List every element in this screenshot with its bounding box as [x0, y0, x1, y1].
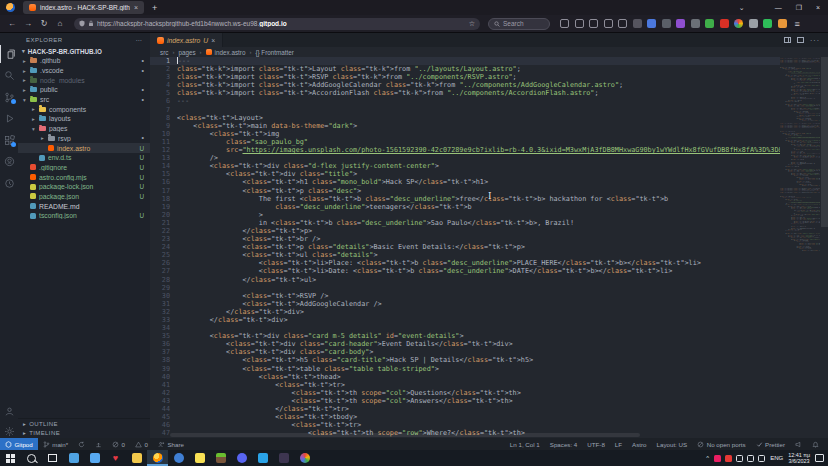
code-line-16[interactable]: 16 <class="tk-t">h1 class="mono_bold">Ha… — [150, 178, 780, 186]
code-line-11[interactable]: 11 class="sao_paulo_bg" — [150, 138, 780, 146]
file-tree-item-index.astro[interactable]: index.astroU — [18, 143, 150, 153]
vertical-scrollbar[interactable] — [821, 57, 828, 227]
purple-app[interactable] — [273, 450, 294, 466]
code-line-8[interactable]: 8<class="tk-t">Layout> — [150, 114, 780, 122]
breadcrumb-item[interactable]: src — [160, 49, 168, 56]
file-tree-root[interactable]: ▾ HACK-SP-BR.GITHUB.IO — [18, 46, 150, 56]
file-tree-item-.gitignore[interactable]: .gitignoreU — [18, 163, 150, 173]
status-keyboard-layout[interactable]: Layout: US — [652, 438, 693, 450]
hidden-icons-chevron[interactable]: ^ — [706, 455, 709, 461]
file-tree-item-components[interactable]: ▸components — [18, 104, 150, 114]
status-indentation[interactable]: Spaces: 4 — [545, 438, 583, 450]
start-button[interactable] — [0, 450, 21, 466]
file-tree-item-README.md[interactable]: README.md — [18, 201, 150, 211]
volume-tray-icon[interactable] — [747, 455, 754, 462]
split-editor-icon[interactable] — [784, 37, 791, 43]
code-line-15[interactable]: 15 <class="tk-t">div class="title"> — [150, 170, 780, 178]
code-line-23[interactable]: 23 <class="tk-t">br /> — [150, 235, 780, 243]
github-activity-icon[interactable] — [0, 153, 18, 171]
multicolor-extension-icon[interactable] — [734, 19, 743, 28]
minecraft-app[interactable] — [210, 450, 231, 466]
microsoft-store-app[interactable] — [84, 450, 105, 466]
new-tab-button[interactable]: + — [152, 3, 157, 13]
extensions-activity-icon[interactable] — [0, 131, 18, 149]
package-extension-icon[interactable] — [691, 19, 700, 28]
discord-app[interactable] — [231, 450, 252, 466]
file-tree-item-env.d.ts[interactable]: env.d.tsU — [18, 153, 150, 163]
code-line-42[interactable]: 42 <class="tk-t">th scope="col">Question… — [150, 389, 780, 397]
file-tree-item-src[interactable]: ▾src• — [18, 95, 150, 105]
color-wheel-app[interactable] — [294, 450, 315, 466]
code-line-12[interactable]: 12 src="https://images.unsplash.com/phot… — [150, 146, 780, 154]
breadcrumb-item[interactable]: index.astro — [206, 49, 246, 56]
source-control-activity-icon[interactable] — [0, 88, 18, 106]
history-activity-icon[interactable] — [0, 174, 18, 192]
clock[interactable]: 12:41 πμ 3/6/2023 — [788, 452, 810, 465]
sticky-notes-app[interactable] — [189, 450, 210, 466]
status-warnings[interactable]: 0 — [130, 438, 153, 450]
code-line-29[interactable]: 29 — [150, 284, 780, 292]
code-line-24[interactable]: 24 <class="tk-t">p class="details">Basic… — [150, 243, 780, 251]
status-prettier[interactable]: Prettier — [751, 438, 790, 450]
explorer-activity-icon[interactable] — [0, 45, 19, 63]
code-line-19[interactable]: 19 class="desc_underline">teenagers</cla… — [150, 203, 780, 211]
code-line-22[interactable]: 22 </class="tk-t">p> — [150, 227, 780, 235]
task-view-button[interactable] — [42, 450, 63, 466]
status-bell[interactable] — [807, 438, 824, 450]
file-tree-item-public[interactable]: ▸public• — [18, 85, 150, 95]
adblock-extension-icon[interactable] — [720, 19, 729, 28]
timeline-section[interactable]: ▸TIMELINE — [18, 429, 150, 439]
code-line-40[interactable]: 40 <class="tk-t">thead> — [150, 373, 780, 381]
home-extension-icon[interactable] — [778, 19, 787, 28]
firefox-app[interactable] — [147, 450, 168, 466]
code-line-28[interactable]: 28 </class="tk-t">ul> — [150, 276, 780, 284]
language-indicator[interactable]: ENG — [770, 455, 783, 461]
code-line-35[interactable]: 35 <class="tk-t">div class="card m-5 det… — [150, 332, 780, 340]
code-line-44[interactable]: 44 </class="tk-t">tr> — [150, 405, 780, 413]
list-all-tabs-icon[interactable]: ⌄ — [739, 4, 745, 12]
code-line-1[interactable]: 1--- — [150, 57, 780, 65]
explorer-more-icon[interactable]: ⋯ — [136, 36, 143, 43]
status-eol[interactable]: LF — [610, 438, 627, 450]
minimap[interactable]: ---class="tk-k">import class="tk-t">Layo… — [780, 57, 820, 438]
code-line-34[interactable]: 34 — [150, 324, 780, 332]
notes-extension-icon[interactable] — [662, 19, 671, 28]
minimize-button[interactable]: — — [775, 4, 782, 11]
code-line-17[interactable]: 17 <class="tk-t">p class="desc"> — [150, 187, 780, 195]
close-button[interactable]: × — [816, 4, 820, 11]
history-icon[interactable] — [560, 19, 569, 28]
code-line-3[interactable]: 3class="tk-k">import class="tk-t">RSVP c… — [150, 73, 780, 81]
mail-app[interactable] — [63, 450, 84, 466]
code-line-46[interactable]: 46 <class="tk-t">tr> — [150, 421, 780, 429]
reader-view-icon[interactable] — [618, 19, 627, 28]
status-language-mode[interactable]: Astro — [627, 438, 651, 450]
address-bar[interactable]: https://hackspbr-hackspbrgithub-efd1b4nw… — [74, 18, 480, 30]
code-line-10[interactable]: 10 <class="tk-t">img — [150, 130, 780, 138]
file-tree-item-astro.config.mjs[interactable]: astro.config.mjsU — [18, 172, 150, 182]
code-line-31[interactable]: 31 <class="tk-t">AddGoogleCalendar /> — [150, 300, 780, 308]
code-line-25[interactable]: 25 <class="tk-t">ul class="details"> — [150, 251, 780, 259]
outline-section[interactable]: ▸OUTLINE — [18, 419, 150, 429]
lastpass-icon[interactable] — [589, 19, 598, 28]
code-line-21[interactable]: 21 in <class="tk-t">b class="desc_underl… — [150, 219, 780, 227]
status-announcement[interactable] — [790, 438, 807, 450]
tab-close-icon[interactable]: × — [211, 37, 215, 44]
status-errors[interactable]: 0 — [107, 438, 130, 450]
code-line-41[interactable]: 41 <class="tk-t">tr> — [150, 381, 780, 389]
file-tree-item-layouts[interactable]: ▸layouts — [18, 114, 150, 124]
code-line-37[interactable]: 37 <class="tk-t">div class="card-body"> — [150, 348, 780, 356]
reload-icon[interactable]: ↻ — [36, 19, 52, 28]
forward-icon[interactable]: → — [20, 19, 36, 28]
dark-mode-icon[interactable] — [633, 19, 642, 28]
code-line-18[interactable]: 18 The first <class="tk-t">b class="desc… — [150, 195, 780, 203]
code-line-38[interactable]: 38 <class="tk-t">h5 class="card-title">H… — [150, 356, 780, 364]
green-extension-icon[interactable] — [705, 19, 714, 28]
edge-app[interactable] — [168, 450, 189, 466]
tab-close-icon[interactable]: × — [134, 4, 138, 11]
status-cursor-position[interactable]: Ln 1, Col 1 — [505, 438, 545, 450]
shield-icon[interactable] — [575, 19, 584, 28]
file-tree-item-package-lock.json[interactable]: package-lock.jsonU — [18, 182, 150, 192]
file-tree-item-.vscode[interactable]: ▸.vscode• — [18, 66, 150, 76]
plug-tray-icon[interactable] — [758, 455, 765, 462]
breadcrumb-item[interactable]: {} Frontmatter — [255, 49, 294, 56]
